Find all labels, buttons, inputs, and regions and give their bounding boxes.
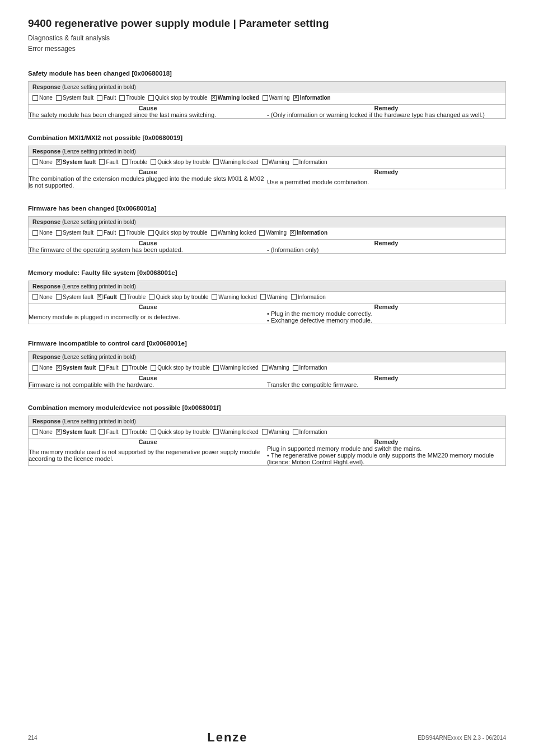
section-heading: Combination memory module/device not pos…	[28, 404, 506, 411]
checkbox-system-fault: System fault	[56, 95, 93, 101]
checkbox-system-fault: System fault	[56, 159, 96, 165]
checkbox-warning-locked: Warning locked	[213, 159, 259, 165]
cause-header: Cause	[29, 438, 268, 446]
checkboxes-row: NoneSystem faultFaultTroubleQuick stop b…	[29, 92, 506, 105]
section-s3: Firmware has been changed [0x0068001a]Re…	[28, 205, 506, 254]
remedy-cell: Transfer the compatible firmware.	[267, 381, 506, 389]
checkbox-fault: Fault	[99, 429, 118, 435]
cause-cell: Memory module is plugged in incorrectly …	[29, 310, 268, 324]
checkbox-trouble: Trouble	[120, 294, 146, 300]
checkbox-quick-stop-by-trouble: Quick stop by trouble	[151, 159, 210, 165]
section-s2: Combination MXI1/MXI2 not possible [0x00…	[28, 134, 506, 190]
remedy-cell: Use a permitted module combination.	[267, 175, 506, 189]
data-row: The firmware of the operating system has…	[29, 246, 506, 254]
checkbox-none: None	[32, 429, 53, 435]
response-table: Response (Lenze setting printed in bold)…	[28, 351, 506, 389]
section-heading: Safety module has been changed [0x006800…	[28, 70, 506, 77]
section-s1: Safety module has been changed [0x006800…	[28, 70, 506, 119]
checkbox-warning-locked: Warning locked	[211, 230, 256, 236]
checkboxes-row: NoneSystem faultFaultTroubleQuick stop b…	[29, 291, 506, 304]
remedy-bullet: The regenerative power supply module onl…	[267, 452, 505, 465]
cause-header: Cause	[29, 239, 268, 246]
data-row: Firmware is not compatible with the hard…	[29, 381, 506, 389]
checkboxes-row: NoneSystem faultFaultTroubleQuick stop b…	[29, 362, 506, 375]
remedy-cell: Plug in supported memory module and swit…	[267, 445, 506, 466]
checkbox-none: None	[32, 95, 53, 101]
subtitle1: Diagnostics & fault analysis	[28, 33, 506, 44]
cause-header: Cause	[29, 104, 268, 111]
page-number: 214	[28, 735, 38, 741]
checkbox-system-fault: System fault	[56, 429, 96, 435]
section-heading: Memory module: Faulty file system [0x006…	[28, 269, 506, 276]
cause-cell: The memory module used is not supported …	[29, 445, 268, 466]
checkbox-information: Information	[293, 429, 327, 435]
cause-cell: Firmware is not compatible with the hard…	[29, 381, 268, 389]
cause-cell: The combination of the extension modules…	[29, 175, 268, 189]
checkbox-warning-locked: Warning locked	[213, 365, 259, 371]
remedy-cell: - (Information only)	[267, 246, 506, 254]
checkbox-quick-stop-by-trouble: Quick stop by trouble	[148, 95, 208, 101]
checkbox-information: Information	[293, 365, 327, 371]
checkbox-warning: Warning	[262, 159, 289, 165]
checkbox-information: Information	[293, 95, 331, 101]
checkbox-none: None	[32, 230, 53, 236]
checkbox-warning-locked: Warning locked	[213, 429, 259, 435]
response-table: Response (Lenze setting printed in bold)…	[28, 281, 506, 325]
checkboxes-row: NoneSystem faultFaultTroubleQuick stop b…	[29, 426, 506, 438]
cause-header: Cause	[29, 169, 268, 176]
checkbox-none: None	[32, 294, 53, 300]
remedy-bullet: Exchange defective memory module.	[267, 317, 505, 324]
checkbox-fault: Fault	[97, 95, 116, 101]
lenze-logo: Lenze	[207, 730, 247, 745]
remedy-cell: - (Only information or warning locked if…	[267, 111, 506, 119]
cause-header: Cause	[29, 304, 268, 311]
checkbox-fault: Fault	[99, 159, 118, 165]
section-s4: Memory module: Faulty file system [0x006…	[28, 269, 506, 325]
response-table: Response (Lenze setting printed in bold)…	[28, 416, 506, 466]
data-row: The combination of the extension modules…	[29, 175, 506, 189]
remedy-header: Remedy	[267, 169, 506, 176]
section-heading: Firmware incompatible to control card [0…	[28, 340, 506, 347]
checkbox-system-fault: System fault	[56, 294, 93, 300]
checkbox-information: Information	[293, 159, 327, 165]
checkbox-quick-stop-by-trouble: Quick stop by trouble	[151, 365, 210, 371]
checkbox-warning-locked: Warning locked	[212, 294, 257, 300]
section-s6: Combination memory module/device not pos…	[28, 404, 506, 466]
checkbox-system-fault: System fault	[56, 230, 93, 236]
checkbox-fault: Fault	[97, 294, 117, 300]
page-title: 9400 regenerative power supply module | …	[28, 17, 506, 31]
checkbox-information: Information	[291, 294, 326, 300]
subtitle2: Error messages	[28, 44, 506, 54]
checkboxes-row: NoneSystem faultFaultTroubleQuick stop b…	[29, 156, 506, 169]
checkbox-warning: Warning	[263, 95, 290, 101]
remedy-header: Remedy	[267, 304, 506, 311]
response-table: Response (Lenze setting printed in bold)…	[28, 216, 506, 254]
cause-header: Cause	[29, 374, 268, 381]
doc-reference: EDS94ARNExxxx EN 2.3 - 06/2014	[418, 735, 506, 741]
checkbox-trouble: Trouble	[122, 429, 148, 435]
response-table: Response (Lenze setting printed in bold)…	[28, 146, 506, 190]
checkboxes-row: NoneSystem faultFaultTroubleQuick stop b…	[29, 227, 506, 240]
checkbox-trouble: Trouble	[119, 230, 145, 236]
data-row: The safety module has been changed since…	[29, 111, 506, 119]
page-footer: 214LenzeEDS94ARNExxxx EN 2.3 - 06/2014	[28, 730, 506, 745]
section-s5: Firmware incompatible to control card [0…	[28, 340, 506, 389]
checkbox-trouble: Trouble	[122, 365, 148, 371]
checkbox-warning: Warning	[262, 365, 289, 371]
remedy-header: Remedy	[267, 374, 506, 381]
remedy-cell: Plug in the memory module correctly.Exch…	[267, 310, 506, 324]
checkbox-trouble: Trouble	[122, 159, 148, 165]
response-table: Response (Lenze setting printed in bold)…	[28, 81, 506, 119]
checkbox-information: Information	[290, 230, 327, 236]
section-heading: Firmware has been changed [0x0068001a]	[28, 205, 506, 212]
checkbox-fault: Fault	[99, 365, 118, 371]
checkbox-fault: Fault	[97, 230, 116, 236]
remedy-bullet: Plug in the memory module correctly.	[267, 310, 505, 317]
data-row: The memory module used is not supported …	[29, 445, 506, 466]
data-row: Memory module is plugged in incorrectly …	[29, 310, 506, 324]
checkbox-warning: Warning	[260, 294, 288, 300]
remedy-header: Remedy	[267, 104, 506, 111]
section-heading: Combination MXI1/MXI2 not possible [0x00…	[28, 134, 506, 141]
cause-cell: The firmware of the operating system has…	[29, 246, 268, 254]
checkbox-warning-locked: Warning locked	[211, 95, 259, 101]
